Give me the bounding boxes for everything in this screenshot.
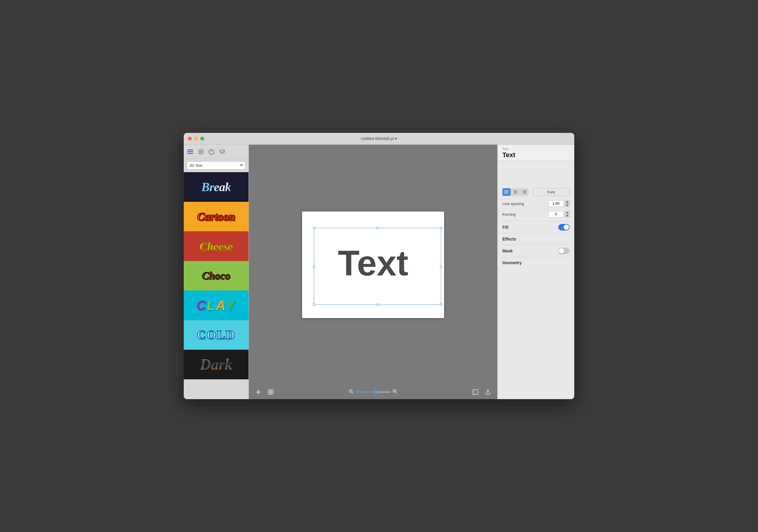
line-spacing-up[interactable]: ▲ [565,200,569,203]
kerning-label: Kerning [502,212,516,217]
canvas-bottom-bar [249,385,497,399]
handle-tl[interactable] [313,227,315,229]
style-item-cheese[interactable]: Cheese [184,231,249,261]
fill-toggle[interactable] [558,224,569,231]
share-button[interactable] [483,387,493,397]
alignment-font-row: Font [502,188,569,196]
line-spacing-label: Line spacing [502,201,524,206]
zoom-slider[interactable] [355,391,391,393]
main-area: 3D Text 2D Text Shapes Break Cartoon Che… [184,145,574,399]
style-label-dark: Dark [200,356,232,373]
align-center-button[interactable] [511,188,520,196]
svg-rect-11 [271,392,273,394]
kerning-down[interactable]: ▼ [565,214,569,218]
handle-bm[interactable] [377,303,379,306]
svg-rect-2 [187,153,193,154]
line-spacing-stepper: ▲ ▼ [565,200,569,207]
style-dropdown[interactable]: 3D Text 2D Text Shapes [187,161,246,169]
kerning-value-row: ▲ ▼ [548,211,569,218]
svg-line-16 [396,392,397,394]
sidebar: 3D Text 2D Text Shapes Break Cartoon Che… [184,145,249,399]
effects-section[interactable]: Effects [502,233,569,244]
svg-rect-8 [268,390,270,392]
svg-rect-19 [473,390,478,394]
line-spacing-value-row: ▲ ▼ [548,200,569,207]
canvas-wrapper: Text [249,145,497,385]
svg-line-13 [352,392,353,394]
window-title: Untitled 800x600 pt ▾ [361,136,397,141]
gear-icon[interactable] [197,148,204,155]
align-left-button[interactable] [502,188,511,196]
right-panel-content: Font Line spacing ▲ ▼ Kerning [498,161,574,399]
handle-ml[interactable] [313,266,315,267]
line-spacing-input[interactable] [548,200,564,207]
handle-br[interactable] [440,303,442,306]
canvas[interactable]: Text [302,212,444,318]
line-spacing-row: Line spacing ▲ ▼ [502,199,569,208]
zoom-out-icon[interactable] [349,389,354,395]
titlebar: Untitled 800x600 pt ▾ [184,133,574,145]
maximize-button[interactable] [200,137,204,141]
style-list: Break Cartoon Cheese Choco CLAY [184,172,249,399]
color-preview-area [502,164,569,188]
effects-label: Effects [502,237,516,241]
canvas-text[interactable]: Text [338,245,408,281]
svg-point-4 [211,150,212,151]
zoom-in-icon[interactable] [393,389,397,395]
zoom-control [349,389,397,395]
style-label-cartoon: Cartoon [197,210,235,223]
handle-mr[interactable] [440,266,442,267]
window-controls [188,137,204,141]
kerning-up[interactable]: ▲ [565,211,569,214]
svg-rect-9 [271,390,273,392]
align-right-button[interactable] [520,188,529,196]
style-item-break[interactable]: Break [184,172,249,202]
line-spacing-down[interactable]: ▼ [565,203,569,207]
mask-toggle-knob [559,248,564,254]
style-item-dark[interactable]: Dark [184,350,249,379]
mask-section[interactable]: Mask [502,244,569,257]
layers-icon[interactable] [219,148,226,155]
align-button-group [502,188,529,196]
font-button[interactable]: Font [533,188,569,196]
mask-label: Mask [502,249,513,253]
bottom-right-tools [471,387,493,397]
canvas-text-container: Text [338,245,408,281]
add-button[interactable] [254,387,263,397]
svg-rect-0 [187,149,193,150]
handle-bl[interactable] [313,303,315,306]
paint-icon[interactable] [208,148,215,155]
style-label-clay: CLAY [196,297,236,313]
style-label-choco: Choco [202,269,230,282]
handle-tm[interactable] [377,227,379,229]
style-item-cold[interactable]: COLD [184,320,249,350]
geometry-section[interactable]: Geometry [502,257,569,268]
style-label-cheese: Cheese [200,240,233,253]
svg-rect-1 [187,151,193,152]
aspect-ratio-button[interactable] [471,387,480,397]
style-label-break: Break [201,180,231,194]
right-panel: Text Text [497,145,574,399]
style-item-clay[interactable]: CLAY [184,291,249,320]
right-panel-title: Text [502,151,569,159]
minimize-button[interactable] [194,137,198,141]
svg-marker-5 [220,149,225,152]
style-label-cold: COLD [197,328,235,342]
mask-toggle[interactable] [558,248,569,254]
canvas-area: Text [249,145,497,399]
svg-rect-10 [268,392,270,394]
sidebar-toolbar [184,145,249,159]
kerning-input[interactable] [548,211,564,218]
close-button[interactable] [188,137,192,141]
fill-label: Fill [502,225,508,230]
geometry-label: Geometry [502,260,522,265]
handle-tr[interactable] [440,227,442,229]
kerning-row: Kerning ▲ ▼ [502,210,569,218]
kerning-stepper: ▲ ▼ [565,211,569,218]
style-item-choco[interactable]: Choco [184,261,249,291]
bottom-left-tools [254,387,275,397]
style-item-cartoon[interactable]: Cartoon [184,202,249,231]
fill-section[interactable]: Fill [502,221,569,233]
grid-button[interactable] [266,387,275,397]
list-icon[interactable] [187,148,194,155]
